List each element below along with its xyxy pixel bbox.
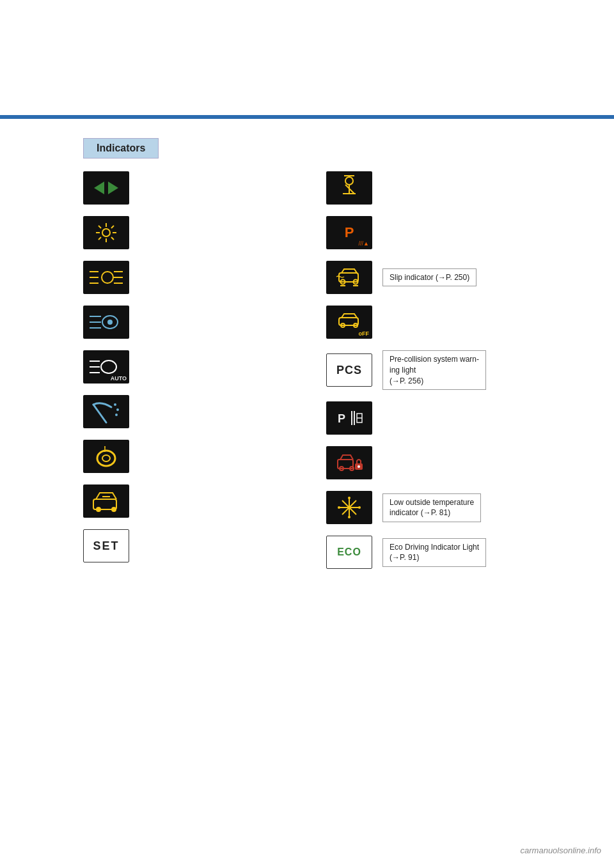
list-item	[83, 216, 288, 249]
snow-svg	[333, 494, 366, 521]
list-item: PCS Pre-collision system warn- ing light…	[326, 350, 531, 390]
arrow-right-icon	[108, 182, 118, 194]
tire-pressure-icon: !	[83, 440, 129, 473]
seatbelt-icon	[326, 171, 372, 205]
windshield-wiper-icon	[83, 395, 129, 428]
list-item: P ///▲	[326, 216, 531, 249]
auto-headlight-icon: AUTO	[83, 350, 129, 384]
svg-point-34	[111, 507, 116, 512]
svg-point-26	[114, 403, 116, 406]
snow-callout: Low outside temperature indicator (→P. 8…	[382, 493, 481, 523]
list-item	[83, 261, 288, 294]
vsc-off-icon: oFF	[326, 306, 372, 339]
svg-point-33	[96, 507, 101, 512]
list-item: !	[83, 440, 288, 473]
svg-point-28	[115, 414, 118, 416]
svg-line-6	[111, 226, 114, 228]
slip-callout: Slip indicator (→P. 250)	[382, 268, 476, 287]
slip-callout-text: Slip indicator (→P. 250)	[390, 273, 469, 282]
svg-point-20	[107, 320, 113, 325]
maintenance-svg	[90, 488, 123, 515]
lock-svg	[333, 449, 366, 476]
pcs-callout: Pre-collision system warn- ing light (→P…	[382, 350, 486, 390]
tire-svg: !	[90, 443, 123, 470]
list-item	[326, 171, 531, 205]
list-item: SET	[83, 529, 288, 562]
parking-icon: P ///▲	[326, 216, 372, 249]
high-beam-icon	[83, 261, 129, 294]
svg-point-24	[101, 360, 116, 373]
list-item: ECO Eco Driving Indicator Light (→P. 91)	[326, 536, 531, 569]
list-item: Slip indicator (→P. 250)	[326, 261, 531, 294]
parking-sub-label: ///▲	[359, 240, 369, 247]
list-item: AUTO	[83, 350, 288, 384]
list-item: oFF	[326, 306, 531, 339]
wiper-svg	[88, 398, 124, 425]
svg-point-64	[348, 497, 350, 499]
section-title: Indicators	[97, 143, 145, 153]
svg-line-25	[93, 405, 106, 422]
right-column: P ///▲	[326, 171, 531, 569]
slip-indicator-icon	[326, 261, 372, 294]
list-item: Low outside temperature indicator (→P. 8…	[326, 491, 531, 524]
svg-point-29	[97, 451, 115, 466]
parking-p-label: P	[345, 224, 354, 241]
pcs-icon: PCS	[326, 353, 372, 387]
svg-point-65	[348, 516, 350, 518]
headlight-sun-icon	[83, 216, 129, 249]
svg-point-30	[102, 455, 110, 461]
section-divider	[0, 115, 614, 119]
svg-point-36	[345, 177, 353, 185]
svg-text:!: !	[104, 445, 106, 454]
set-label: SET	[93, 539, 119, 553]
section-header-box: Indicators	[83, 138, 159, 159]
arrow-left-icon	[94, 182, 104, 194]
watermark: carmanuolsonline.info	[521, 846, 601, 855]
indicators-grid: AUTO	[83, 171, 531, 569]
headlight-beam-icon	[83, 306, 129, 339]
eco-callout-text: Eco Driving Indicator Light (→P. 91)	[390, 543, 479, 562]
left-column: AUTO	[83, 171, 288, 569]
list-item	[83, 395, 288, 428]
svg-point-27	[116, 408, 119, 411]
list-item: P	[326, 401, 531, 435]
pcs-callout-text: Pre-collision system warn- ing light (→P…	[390, 355, 479, 385]
svg-line-7	[98, 237, 101, 240]
svg-point-59	[358, 465, 360, 468]
auto-label: AUTO	[111, 375, 127, 382]
headlight-beam-svg	[87, 310, 125, 334]
svg-line-4	[98, 226, 101, 228]
slip-svg	[333, 264, 366, 291]
svg-text:P: P	[338, 412, 345, 425]
list-item	[326, 446, 531, 479]
seatbelt-svg	[333, 174, 366, 201]
maintenance-icon	[83, 484, 129, 518]
set-button-icon: SET	[83, 529, 129, 562]
lock-icon	[326, 446, 372, 479]
eco-callout: Eco Driving Indicator Light (→P. 91)	[382, 538, 486, 568]
pcs-label: PCS	[336, 364, 362, 377]
turn-signal-icon	[83, 171, 129, 205]
snow-temp-icon	[326, 491, 372, 524]
snow-callout-text: Low outside temperature indicator (→P. 8…	[390, 498, 474, 518]
off-label: oFF	[359, 330, 370, 337]
brake-hold-svg: P	[333, 405, 366, 431]
svg-point-67	[358, 506, 361, 509]
eco-label: ECO	[337, 546, 361, 558]
highbeam-svg	[87, 265, 125, 290]
svg-point-8	[102, 229, 110, 236]
svg-point-12	[102, 272, 113, 283]
svg-line-5	[111, 237, 114, 240]
sun-svg	[92, 221, 120, 245]
list-item	[83, 484, 288, 518]
brake-hold-icon: P	[326, 401, 372, 435]
eco-icon: ECO	[326, 536, 372, 569]
svg-point-66	[338, 506, 340, 509]
list-item	[83, 306, 288, 339]
list-item	[83, 171, 288, 205]
